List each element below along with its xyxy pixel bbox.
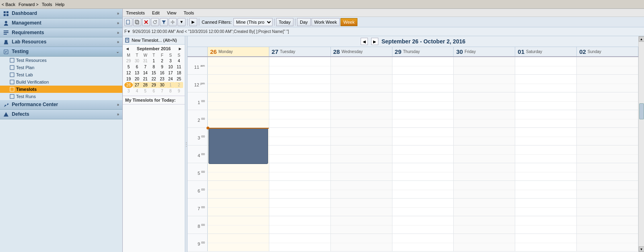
day-cell-sat-1pm[interactable] [515,92,577,110]
day-cell-fri-4pm[interactable] [454,145,515,163]
mini-cal-day[interactable]: 12 [124,70,133,76]
mini-cal-day[interactable]: 3 [166,58,175,64]
mini-cal-day[interactable]: 25 [175,76,183,82]
day-cell-sun-11am[interactable] [577,57,638,74]
week-btn[interactable]: Week [341,18,357,26]
day-cell-mon-8pm[interactable] [208,216,269,234]
day-cell-sun-1pm[interactable] [577,92,638,110]
day-cell-fri-1pm[interactable] [454,92,515,110]
mini-cal-day[interactable]: 7 [141,64,150,70]
day-cell-wed-7pm[interactable] [331,199,392,216]
day-cell-sun-7pm[interactable] [577,199,638,216]
day-cell-fri-8pm[interactable] [454,216,515,234]
day-cell-mon-9pm[interactable] [208,234,269,251]
day-cell-fri-3pm[interactable] [454,128,515,145]
mini-cal-day[interactable]: 8 [150,64,158,70]
day-cell-fri-5pm[interactable] [454,163,515,180]
new-timeslot-button[interactable]: New Timeslot... (Alt+N) [123,36,185,45]
mini-cal-day[interactable]: 22 [150,76,158,82]
menu-view[interactable]: View [165,10,178,15]
mini-cal-day[interactable]: 4 [133,88,141,94]
mini-cal-day[interactable]: 14 [141,70,150,76]
day-cell-wed-3pm[interactable] [331,128,392,145]
day-cell-tue-11am[interactable] [269,57,331,74]
day-cell-thu-3pm[interactable] [392,128,454,145]
mini-cal-day-30[interactable]: 30 [158,82,166,88]
menu-tools[interactable]: Tools [182,10,196,15]
day-cell-sat-11am[interactable] [515,57,577,74]
filter-btn[interactable] [160,18,168,26]
forward-btn[interactable]: Forward > [19,2,39,7]
day-cell-sat-5pm[interactable] [515,163,577,180]
mini-cal-day-29[interactable]: 29 [150,82,158,88]
day-cell-sun-2pm[interactable] [577,110,638,127]
mini-cal-day[interactable]: 29 [124,58,133,64]
day-cell-tue-12pm[interactable] [269,75,331,92]
day-cell-fri-11am[interactable] [454,57,515,74]
day-cell-wed-6pm[interactable] [331,181,392,198]
timeslot-event-mon[interactable] [208,128,268,164]
sidebar-item-test-plan[interactable]: Test Plan [0,64,122,71]
mini-cal-day[interactable]: 21 [141,76,150,82]
scroll-track[interactable] [639,42,644,246]
today-btn[interactable]: Today [276,18,293,26]
sidebar-section-lab-resources[interactable]: Lab Resources » [0,37,122,47]
day-cell-wed-12pm[interactable] [331,75,392,92]
day-btn[interactable]: Day [297,18,311,26]
mini-cal-day[interactable]: 19 [124,76,133,82]
day-cell-sat-9pm[interactable] [515,234,577,251]
mini-cal-day[interactable]: 5 [124,64,133,70]
day-cell-thu-9pm[interactable] [392,234,454,251]
forward-nav-btn[interactable]: ▶ [189,18,197,26]
day-cell-thu-5pm[interactable] [392,163,454,180]
week-prev-btn[interactable]: ◀ [361,38,368,45]
sidebar-item-test-lab[interactable]: Test Lab [0,71,122,78]
scroll-up-btn[interactable]: ▲ [639,36,644,42]
mini-cal-day-1-oct[interactable]: 1 [166,82,175,88]
day-cell-sat-8pm[interactable] [515,216,577,234]
mini-cal-day[interactable]: 5 [141,88,150,94]
day-cell-thu-6pm[interactable] [392,181,454,198]
day-cell-fri-9pm[interactable] [454,234,515,251]
mini-cal-day[interactable]: 18 [175,70,183,76]
sidebar-section-testing[interactable]: Testing ⌄ [0,47,122,57]
day-cell-sun-12pm[interactable] [577,75,638,92]
mini-cal-day[interactable]: 20 [133,76,141,82]
scroll-thumb[interactable] [639,103,644,119]
day-cell-sat-12pm[interactable] [515,75,577,92]
day-cell-sat-7pm[interactable] [515,199,577,216]
mini-cal-day[interactable]: 8 [166,88,175,94]
mini-cal-day[interactable]: 7 [158,88,166,94]
mini-cal-day[interactable]: 6 [133,64,141,70]
day-cell-sun-4pm[interactable] [577,145,638,163]
sidebar-section-defects[interactable]: Defects » [0,110,122,119]
day-cell-tue-7pm[interactable] [269,199,331,216]
mini-cal-day[interactable]: 9 [175,88,183,94]
mini-cal-day[interactable]: 9 [158,64,166,70]
day-cell-sat-2pm[interactable] [515,110,577,127]
day-cell-thu-1pm[interactable] [392,92,454,110]
day-cell-mon-3pm[interactable] [208,128,269,145]
day-cell-mon-7pm[interactable] [208,199,269,216]
day-cell-thu-8pm[interactable] [392,216,454,234]
scroll-down-btn[interactable]: ▼ [639,246,644,252]
day-cell-thu-12pm[interactable] [392,75,454,92]
mini-cal-day[interactable]: 31 [141,58,150,64]
day-cell-fri-12pm[interactable] [454,75,515,92]
canned-filters-select[interactable]: Mine (This pro [233,18,272,26]
menu-timeslots[interactable]: Timeslots [124,10,147,15]
mini-cal-day[interactable]: 1 [150,58,158,64]
day-cell-wed-4pm[interactable] [331,145,392,163]
day-cell-wed-9pm[interactable] [331,234,392,251]
mini-cal-day[interactable]: 3 [124,88,133,94]
refresh-btn[interactable] [151,18,159,26]
day-cell-fri-2pm[interactable] [454,110,515,127]
sidebar-item-test-resources[interactable]: Test Resources [0,57,122,64]
day-cell-sun-8pm[interactable] [577,216,638,234]
new-timeslot-icon-btn[interactable] [124,18,132,26]
mini-cal-day[interactable]: 17 [166,70,175,76]
day-cell-mon-2pm[interactable] [208,110,269,127]
mini-cal-day-2-oct[interactable]: 2 [175,82,183,88]
mini-cal-day[interactable]: 2 [158,58,166,64]
day-cell-tue-1pm[interactable] [269,92,331,110]
